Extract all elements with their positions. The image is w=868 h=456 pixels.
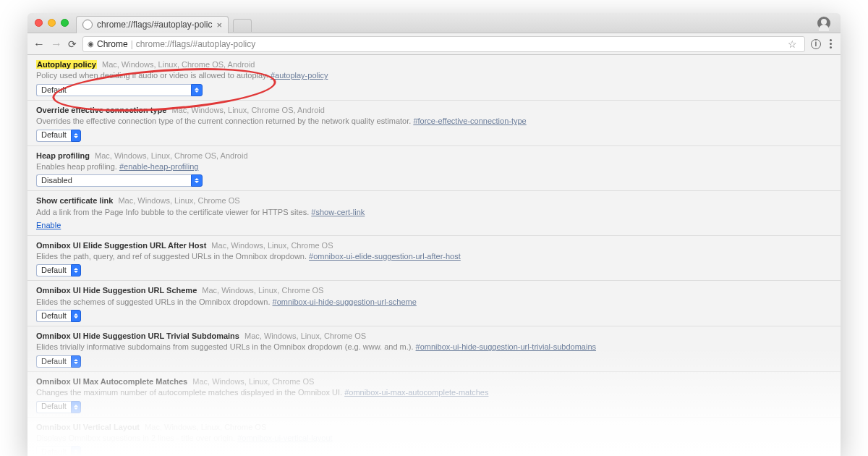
omnibox-url: chrome://flags/#autoplay-policy <box>136 39 255 49</box>
flags-page: Autoplay policy Mac, Windows, Linux, Chr… <box>27 55 841 456</box>
maximize-window-icon[interactable] <box>61 19 69 27</box>
flag-dropdown[interactable]: Default <box>36 264 81 276</box>
flag-row: Heap profiling Mac, Windows, Linux, Chro… <box>27 146 841 192</box>
flag-anchor-link[interactable]: #omnibox-ui-vertical-layout <box>237 434 332 442</box>
flag-title: Heap profiling <box>36 151 90 160</box>
tab-title: chrome://flags/#autoplay-polic <box>97 20 212 30</box>
forward-button[interactable]: → <box>51 38 62 51</box>
omnibox[interactable]: ◉ Chrome | chrome://flags/#autoplay-poli… <box>82 36 805 52</box>
flag-description: Policy used when deciding if audio or vi… <box>36 71 271 80</box>
flag-description: Add a link from the Page Info bubble to … <box>36 208 311 216</box>
dropdown-value: Default <box>36 355 71 368</box>
profile-avatar-icon[interactable] <box>817 17 830 30</box>
reload-button[interactable]: ⟳ <box>68 38 77 50</box>
flag-anchor-link[interactable]: #autoplay-policy <box>271 71 328 80</box>
flag-row: Autoplay policy Mac, Windows, Linux, Chr… <box>27 55 841 101</box>
flag-platforms: Mac, Windows, Linux, Chrome OS, Android <box>93 151 248 160</box>
flag-enable-link[interactable]: Enable <box>36 220 61 231</box>
tab-close-icon[interactable]: × <box>216 20 222 30</box>
minimize-window-icon[interactable] <box>48 19 56 27</box>
flag-anchor-link[interactable]: #omnibox-ui-hide-suggestion-url-scheme <box>273 297 417 306</box>
dropdown-stepper-icon[interactable] <box>71 264 81 276</box>
flag-dropdown[interactable]: Disabled <box>36 174 203 187</box>
flag-description: Enables heap profiling. <box>36 162 119 171</box>
dropdown-value: Disabled <box>36 174 191 187</box>
flag-platforms: Mac, Windows, Linux, Chrome OS <box>190 377 314 386</box>
bookmark-star-icon[interactable]: ☆ <box>788 38 797 50</box>
flag-title: Omnibox UI Vertical Layout <box>36 423 140 431</box>
browser-tab[interactable]: chrome://flags/#autoplay-polic × <box>76 16 229 33</box>
flag-description: Elides the schemes of suggested URLs in … <box>36 297 273 306</box>
flag-description: Displays Omnibox sugestions in 2 lines -… <box>36 434 237 442</box>
flag-title: Omnibox UI Hide Suggestion URL Scheme <box>36 286 197 295</box>
flag-row: Omnibox UI Hide Suggestion URL Scheme Ma… <box>27 281 841 326</box>
flag-row: Omnibox UI Elide Suggestion URL After Ho… <box>27 236 841 282</box>
flag-dropdown[interactable]: Default <box>36 355 81 368</box>
flag-anchor-link[interactable]: #omnibox-ui-elide-suggestion-url-after-h… <box>309 252 461 261</box>
dropdown-value: Default <box>36 310 71 322</box>
flag-platforms: Mac, Windows, Linux, Chrome OS, Android <box>169 106 325 114</box>
flag-dropdown[interactable]: Default <box>36 130 81 142</box>
flag-row: Show certificate link Mac, Windows, Linu… <box>27 191 841 235</box>
browser-window: chrome://flags/#autoplay-polic × ← → ⟳ ◉… <box>27 13 841 456</box>
flag-description: Elides trivially informative subdomains … <box>36 342 416 351</box>
dropdown-value: Default <box>36 84 191 96</box>
flag-row: Omnibox UI Max Autocomplete Matches Mac,… <box>27 372 841 418</box>
flag-platforms: Mac, Windows, Linux, Chrome OS <box>242 332 366 340</box>
dropdown-value: Default <box>36 446 71 456</box>
flag-platforms: Mac, Windows, Linux, Chrome OS <box>209 241 333 250</box>
flag-platforms: Mac, Windows, Linux, Chrome OS <box>142 423 266 431</box>
dropdown-value: Default <box>36 264 71 276</box>
flag-dropdown[interactable]: Default <box>36 310 81 322</box>
dropdown-value: Default <box>36 130 71 142</box>
flag-anchor-link[interactable]: #force-effective-connection-type <box>413 117 526 125</box>
dropdown-stepper-icon[interactable] <box>71 446 81 456</box>
flag-description: Changes the maximum number of autocomple… <box>36 388 344 397</box>
flag-row: Omnibox UI Vertical Layout Mac, Windows,… <box>27 418 841 456</box>
flag-title: Omnibox UI Elide Suggestion URL After Ho… <box>36 241 206 250</box>
flag-row: Override effective connection type Mac, … <box>27 101 841 146</box>
dropdown-stepper-icon[interactable] <box>71 355 81 368</box>
flag-platforms: Mac, Windows, Linux, Chrome OS <box>116 196 239 205</box>
flag-anchor-link[interactable]: #omnibox-ui-hide-suggestion-url-trivial-… <box>416 342 596 351</box>
flag-platforms: Mac, Windows, Linux, Chrome OS <box>200 286 323 295</box>
flag-title: Autoplay policy <box>36 60 97 69</box>
flag-title: Omnibox UI Hide Suggestion URL Trivial S… <box>36 332 239 340</box>
flag-row: Omnibox UI Hide Suggestion URL Trivial S… <box>27 326 841 372</box>
flag-description: Elides the path, query, and ref of sugge… <box>36 252 309 261</box>
flag-dropdown[interactable]: Default <box>36 401 81 413</box>
dropdown-stepper-icon[interactable] <box>191 174 203 187</box>
flag-platforms: Mac, Windows, Linux, Chrome OS, Android <box>100 60 255 69</box>
dropdown-stepper-icon[interactable] <box>71 401 81 413</box>
security-icon: ◉ <box>88 40 94 48</box>
new-tab-button[interactable] <box>233 19 252 32</box>
dropdown-stepper-icon[interactable] <box>191 84 203 96</box>
dropdown-stepper-icon[interactable] <box>71 130 81 142</box>
window-controls <box>35 19 69 27</box>
page-info-icon[interactable]: i <box>811 39 821 49</box>
titlebar: chrome://flags/#autoplay-polic × <box>27 13 841 33</box>
flag-anchor-link[interactable]: #omnibox-ui-max-autocomplete-matches <box>344 388 488 397</box>
browser-menu-icon[interactable] <box>827 39 835 48</box>
flag-title: Omnibox UI Max Autocomplete Matches <box>36 377 187 386</box>
flag-description: Overrides the effective connection type … <box>36 117 413 125</box>
dropdown-stepper-icon[interactable] <box>71 310 81 322</box>
flag-anchor-link[interactable]: #show-cert-link <box>311 208 365 216</box>
flag-dropdown[interactable]: Default <box>36 446 81 456</box>
flag-anchor-link[interactable]: #enable-heap-profiling <box>119 162 198 171</box>
flag-title: Show certificate link <box>36 196 113 205</box>
back-button[interactable]: ← <box>33 38 45 51</box>
dropdown-value: Default <box>36 401 71 413</box>
omnibox-protocol: Chrome <box>97 39 128 49</box>
flag-title: Override effective connection type <box>36 106 166 114</box>
close-window-icon[interactable] <box>35 19 43 27</box>
flags-favicon-icon <box>82 20 93 30</box>
toolbar: ← → ⟳ ◉ Chrome | chrome://flags/#autopla… <box>27 33 841 55</box>
flag-dropdown[interactable]: Default <box>36 84 203 96</box>
